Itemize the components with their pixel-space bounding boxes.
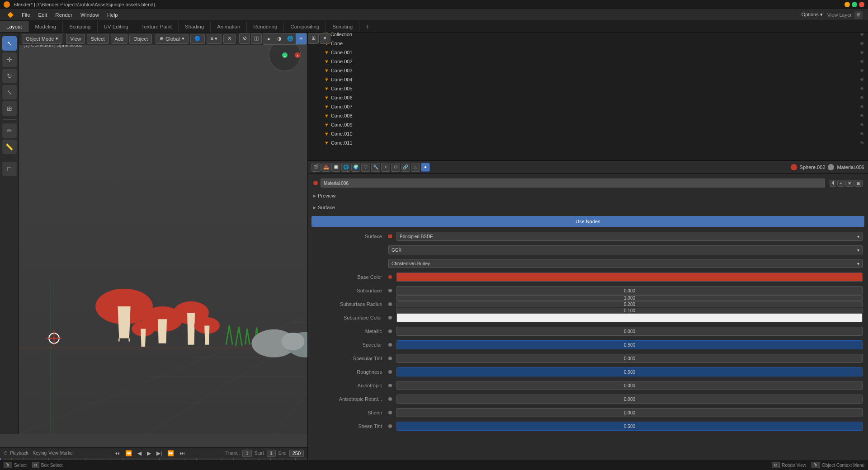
tab-shading[interactable]: Shading	[179, 21, 211, 32]
base-color-field[interactable]	[396, 273, 863, 282]
rendered-shading-button[interactable]: ☀	[296, 33, 307, 44]
view-layer-properties-tab[interactable]: 🔲	[331, 163, 340, 172]
tab-animation[interactable]: Animation	[211, 21, 247, 32]
cone008-visibility[interactable]: 👁	[860, 113, 864, 118]
cone003-visibility[interactable]: 👁	[860, 68, 864, 73]
view-layer-icon[interactable]: ⊞	[854, 11, 863, 19]
tab-add[interactable]: +	[359, 21, 376, 32]
add-menu-button[interactable]: Add	[111, 34, 128, 44]
subsurface-color-field[interactable]	[396, 313, 863, 322]
delete-material-button[interactable]: ✕	[845, 180, 854, 187]
prev-frame-button[interactable]: ◀	[136, 449, 143, 457]
jump-end-button[interactable]: ⏭	[178, 449, 187, 457]
overlay-button[interactable]: ⊘	[239, 33, 250, 44]
object-data-properties-tab[interactable]: △	[411, 163, 420, 172]
object-properties-tab[interactable]: ▽	[361, 163, 370, 172]
viewport-shading-opts[interactable]: ▾	[320, 33, 330, 44]
snap-increment[interactable]: ≡ ▾	[207, 34, 222, 44]
ss-radius-r[interactable]: 1.000	[396, 295, 863, 301]
ss-radius-g[interactable]: 0.200	[396, 301, 863, 307]
anisotropic-value[interactable]: 0.000	[396, 381, 863, 390]
jump-prev-keyframe-button[interactable]: ⏪	[123, 449, 134, 457]
cone005-visibility[interactable]: 👁	[860, 86, 864, 91]
tool-add-cube[interactable]: □	[2, 162, 17, 176]
tab-uv-editing[interactable]: UV Editing	[98, 21, 135, 32]
outliner-item-cone[interactable]: ▼ Cone 👁	[308, 39, 868, 48]
proportional-edit-button[interactable]: ⊙	[223, 34, 236, 44]
material-properties-tab[interactable]: ●	[421, 163, 430, 172]
outliner-item-cone004[interactable]: ▼ Cone.004 👁	[308, 75, 868, 84]
modifier-properties-tab[interactable]: 🔧	[371, 163, 380, 172]
visibility-icon[interactable]: 👁	[860, 32, 864, 37]
menu-window[interactable]: Window	[77, 11, 103, 19]
specular-value[interactable]: 0.500	[396, 340, 863, 349]
outliner-item-cone011[interactable]: ▼ Cone.011 👁	[308, 138, 868, 147]
object-menu-button[interactable]: Object	[129, 34, 152, 44]
solid-shading-button[interactable]: ●	[263, 33, 274, 44]
menu-blender[interactable]: 🔶	[4, 11, 17, 19]
tool-measure[interactable]: 📏	[2, 140, 17, 154]
surface-section-header[interactable]: ▶ Surface	[311, 202, 864, 212]
start-frame[interactable]: 1	[267, 450, 276, 457]
cone011-visibility[interactable]: 👁	[860, 141, 864, 146]
tab-compositing[interactable]: Compositing	[284, 21, 326, 32]
jump-next-keyframe-button[interactable]: ⏩	[165, 449, 176, 457]
material-users-badge[interactable]: 4	[830, 180, 837, 187]
outliner-item-cone007[interactable]: ▼ Cone.007 👁	[308, 102, 868, 111]
cone004-visibility[interactable]: 👁	[860, 77, 864, 82]
select-menu-button[interactable]: Select	[87, 34, 109, 44]
sheen-tint-value[interactable]: 0.500	[396, 422, 863, 431]
view-menu-button[interactable]: View	[66, 34, 85, 44]
subsurface-value[interactable]: 0.000	[396, 286, 863, 295]
tool-annotate[interactable]: ✏	[2, 123, 17, 138]
end-frame[interactable]: 250	[289, 450, 304, 457]
sheen-value[interactable]: 0.000	[396, 408, 863, 417]
tab-sculpting[interactable]: Sculpting	[63, 21, 97, 32]
menu-file[interactable]: File	[18, 11, 34, 19]
tab-rendering[interactable]: Rendering	[247, 21, 284, 32]
render-properties-tab[interactable]: 🎬	[311, 163, 321, 172]
options-btn[interactable]: Options ▾	[798, 12, 826, 18]
specular-tint-value[interactable]: 0.000	[396, 354, 863, 363]
particles-properties-tab[interactable]: ✦	[381, 163, 390, 172]
material-name-field[interactable]: Material.006	[321, 179, 825, 188]
material-options-button[interactable]: ⊞	[854, 180, 863, 187]
tab-modeling[interactable]: Modeling	[29, 21, 63, 32]
roughness-value[interactable]: 0.500	[396, 367, 863, 376]
tool-scale[interactable]: ⤡	[2, 85, 17, 99]
global-space-button[interactable]: ⊕ Global ▾	[156, 34, 189, 44]
outliner-item-cone003[interactable]: ▼ Cone.003 👁	[308, 66, 868, 75]
outliner-item-cone009[interactable]: ▼ Cone.009 👁	[308, 120, 868, 129]
outliner-item-cone008[interactable]: ▼ Cone.008 👁	[308, 111, 868, 120]
outliner-item-cone006[interactable]: ▼ Cone.006 👁	[308, 93, 868, 102]
cone010-visibility[interactable]: 👁	[860, 132, 864, 136]
aniso-rotation-value[interactable]: 0.000	[396, 395, 863, 404]
surface-shader-dropdown[interactable]: Principled BSDF ▾	[396, 232, 863, 241]
menu-help[interactable]: Help	[104, 11, 122, 19]
tool-move[interactable]: ✛	[2, 52, 17, 67]
cone002-visibility[interactable]: 👁	[860, 59, 864, 64]
render-shading-button[interactable]: 🌐	[285, 33, 296, 44]
cone-visibility[interactable]: 👁	[860, 41, 864, 46]
keying-menu[interactable]: Keying	[33, 451, 47, 456]
minimize-button[interactable]	[844, 2, 850, 7]
outliner-item-cone001[interactable]: ▼ Cone.001 👁	[308, 48, 868, 57]
xray-button[interactable]: ◫	[251, 33, 262, 44]
tool-transform[interactable]: ⊞	[2, 101, 17, 116]
world-properties-tab[interactable]: 🌍	[351, 163, 360, 172]
constraints-properties-tab[interactable]: 🔗	[401, 163, 410, 172]
outliner-item-cone002[interactable]: ▼ Cone.002 👁	[308, 57, 868, 66]
cone009-visibility[interactable]: 👁	[860, 122, 864, 127]
jump-start-button[interactable]: ⏮	[113, 449, 122, 457]
menu-render[interactable]: Render	[52, 11, 76, 19]
new-material-button[interactable]: +	[837, 180, 844, 187]
preview-section-header[interactable]: ▶ Preview	[311, 191, 864, 201]
playback-menu[interactable]: Playback	[10, 451, 28, 456]
cone001-visibility[interactable]: 👁	[860, 50, 864, 55]
material-shading-button[interactable]: ◑	[274, 33, 285, 44]
next-frame-button[interactable]: ▶|	[155, 449, 164, 457]
menu-edit[interactable]: Edit	[35, 11, 51, 19]
snap-button[interactable]: 🔵	[190, 34, 205, 44]
maximize-button[interactable]	[852, 2, 857, 7]
tool-cursor[interactable]: ↖	[2, 36, 17, 51]
